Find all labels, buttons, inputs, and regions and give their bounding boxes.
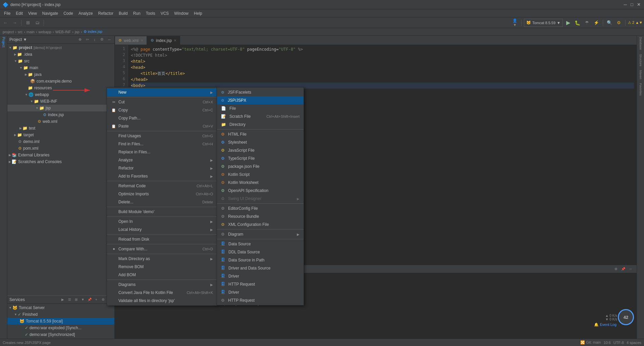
tree-item-jsp[interactable]: ▼ 📁 jsp (7, 105, 114, 111)
services-group-button[interactable]: ⊞ (73, 297, 79, 302)
ctx-item-compare[interactable]: ✦ Compare With... Ctrl+D (107, 245, 217, 253)
submenu-item-driver-ds[interactable]: 🗄 HTTP Request (217, 280, 304, 288)
submenu-item-driver[interactable]: 🗄 Driver (217, 288, 304, 296)
run-button[interactable]: ▶ (564, 19, 572, 27)
submenu-item-http[interactable]: ⚙ HTTP Request (217, 296, 304, 304)
tree-item-project[interactable]: ▼ 📁 project [demo] H:\project (7, 44, 114, 51)
submenu-item-jsp[interactable]: ⚙ JSP/JSPX (217, 96, 304, 104)
tree-item-scratches[interactable]: ▶ 📝 Scratches and Consoles (7, 158, 114, 165)
menu-run[interactable]: Run (130, 10, 143, 16)
tree-item-extlibs[interactable]: ▶ 📚 External Libraries (7, 152, 114, 158)
menu-code[interactable]: Code (61, 10, 76, 16)
ctx-item-cut[interactable]: ✂ Cut Ctrl+X (107, 98, 217, 106)
tree-item-webinf[interactable]: ▼ 📁 WEB-INF (7, 98, 114, 105)
close-button[interactable]: ✕ (636, 2, 641, 7)
tree-item-webxml[interactable]: ⚙ web.xml (7, 118, 114, 125)
submenu-item-js[interactable]: ⚙ JavaScript File (217, 146, 304, 154)
submenu-item-scratch[interactable]: 📝 Scratch File Ctrl+Alt+Shift+Insert (217, 112, 304, 120)
ctx-item-paste[interactable]: 📋 Paste Ctrl+V (107, 122, 217, 130)
breadcrumb-webinf[interactable]: WEB-INF (55, 30, 71, 34)
submenu-item-swing[interactable]: ⚙ Swing UI Designer ▶ (217, 195, 304, 203)
submenu-item-kotlin-script[interactable]: ⚙ Kotlin Script (217, 170, 304, 179)
tree-item-com[interactable]: 📦 com.example.demo (7, 78, 114, 85)
event-log-link[interactable]: 🔔 Event Log (594, 323, 616, 327)
breadcrumb-indexjsp[interactable]: ⚙ index.jsp (84, 30, 102, 34)
structure-tab[interactable]: Structure (639, 54, 642, 66)
close-webxml-tab[interactable]: ✕ (141, 39, 143, 42)
profile-button[interactable]: ⚡ (592, 19, 600, 27)
window-controls[interactable]: ─ □ ✕ (623, 2, 641, 7)
submenu-item-ddl[interactable]: 🗄 DDL Data Source (217, 248, 304, 256)
services-item-finished[interactable]: ▼ ✓ Finished (7, 311, 114, 318)
project-structure-button[interactable]: 🗂 (33, 19, 41, 27)
services-add-button[interactable]: + (94, 297, 99, 302)
services-item-war[interactable]: ✓ demo:war [Synchronized] (7, 331, 114, 338)
log-pin-button[interactable]: 📌 (621, 266, 626, 272)
ctx-item-analyze[interactable]: Analyze ▶ (107, 156, 217, 164)
submenu-item-openapi[interactable]: ⚙ OpenAPI Specification (217, 187, 304, 195)
breadcrumb-main[interactable]: main (26, 30, 35, 34)
ctx-item-remove-bom[interactable]: Remove BOM (107, 263, 217, 271)
ctx-item-open-in[interactable]: Open In ▶ (107, 217, 217, 226)
recent-files-button[interactable]: ⊞ (24, 19, 32, 27)
submenu-item-html[interactable]: ⚙ HTML File (217, 130, 304, 138)
tree-item-demoixml[interactable]: ⚙ demo.iml (7, 138, 114, 145)
encoding[interactable]: UTF-8 (613, 341, 624, 345)
submenu-item-directory[interactable]: 📁 Directory (217, 120, 304, 129)
services-item-tomcat[interactable]: ▼ 🐱 Tomcat Server (7, 304, 114, 311)
menu-window[interactable]: Window (171, 10, 191, 16)
menu-tools[interactable]: Tools (143, 10, 158, 16)
menu-navigate[interactable]: Navigate (40, 10, 61, 16)
maven-tab[interactable]: Maven (639, 70, 642, 79)
submenu-item-editorconfig[interactable]: ⚙ EditorConfig File (217, 204, 304, 212)
services-filter-button[interactable]: ▼ (80, 297, 86, 302)
tree-item-idea[interactable]: ▶ 📁 .idea (7, 51, 114, 58)
close-panel-button[interactable]: ─ (106, 37, 112, 43)
collapse-all-button[interactable]: ⇦ (84, 37, 90, 43)
context-menu[interactable]: New ▶ ✂ Cut Ctrl+X 📋 Copy Ctrl+C Copy Pa… (107, 87, 217, 306)
submenu-item-packagejson[interactable]: ⚙ package.json File (217, 162, 304, 170)
ctx-item-replace[interactable]: Replace in Files... (107, 148, 217, 156)
ctx-item-copy[interactable]: 📋 Copy Ctrl+C (107, 106, 217, 114)
menu-file[interactable]: File (1, 10, 13, 16)
tree-item-test[interactable]: ▶ 📁 test (7, 125, 114, 132)
tree-item-resources[interactable]: ▶ 📁 resources (7, 85, 114, 91)
tab-webxml[interactable]: ⚙ web.xml ✕ (115, 36, 147, 45)
ctx-item-reformat[interactable]: Reformat Code Ctrl+Alt+L (107, 182, 217, 190)
ctx-item-add-favorites[interactable]: Add to Favorites ▶ (107, 172, 217, 180)
tab-indexjsp[interactable]: ⚙ index.jsp ✕ (147, 36, 180, 45)
ctx-item-reload[interactable]: Reload from Disk (107, 235, 217, 243)
ctx-item-refactor[interactable]: Refactor ▶ (107, 164, 217, 172)
menu-view[interactable]: View (25, 10, 40, 16)
sort-button[interactable]: ↕ (92, 37, 98, 43)
git-branch[interactable]: 🔀 Git: main (580, 340, 601, 345)
favorites-tab[interactable]: Favorites (639, 83, 642, 96)
tree-item-main[interactable]: ▼ 📁 main (7, 64, 114, 71)
add-configuration-button[interactable]: 👤 ▼ (511, 19, 519, 27)
submenu-item-resource[interactable]: ⚙ Resource Bundle (217, 212, 304, 220)
submenu-item-datasource[interactable]: 🗄 Data Source (217, 240, 304, 248)
ctx-item-local-history[interactable]: Local History ▶ (107, 226, 217, 234)
ctx-item-build[interactable]: Build Module 'demo' (107, 208, 217, 216)
services-pin-button[interactable]: 📌 (87, 297, 92, 302)
menu-build[interactable]: Build (116, 10, 130, 16)
ctx-item-find-usages[interactable]: Find Usages Ctrl+G (107, 132, 217, 140)
menu-analyze[interactable]: Analyze (76, 10, 96, 16)
services-run-button[interactable]: ▶ (60, 297, 65, 302)
submenu-item-ts[interactable]: ⚙ TypeScript File (217, 154, 304, 162)
tree-item-src[interactable]: ▼ 📁 src (7, 58, 114, 64)
settings-button[interactable]: ⚙ (615, 19, 623, 27)
tomcat-dropdown[interactable]: 🐱 Tomcat 8.5.59 ▼ (524, 19, 563, 27)
tree-item-indexjsp[interactable]: ⚙ index.jsp (7, 111, 114, 118)
menu-edit[interactable]: Edit (13, 10, 25, 16)
services-item-tomcat-instance[interactable]: 🐱 Tomcat 8.5.59 [local] (7, 318, 114, 325)
submenu-item-ds-url[interactable]: 🗄 Data Source in Path (217, 256, 304, 264)
submenu-item-diagram[interactable]: ⚙ Diagram ▶ (217, 230, 304, 238)
submenu-item-kotlin-ws[interactable]: ⚙ Kotlin Worksheet (217, 179, 304, 187)
back-button[interactable]: ← (1, 19, 9, 27)
ctx-item-find-files[interactable]: Find in Files... Ctrl+H (107, 140, 217, 148)
scope-button[interactable]: ⊕ (77, 37, 83, 43)
tree-item-target[interactable]: ▶ 📁 target (7, 132, 114, 138)
log-gear-button[interactable]: ⚙ (613, 266, 619, 272)
ctx-item-mark-dir[interactable]: Mark Directory as ▶ (107, 255, 217, 263)
